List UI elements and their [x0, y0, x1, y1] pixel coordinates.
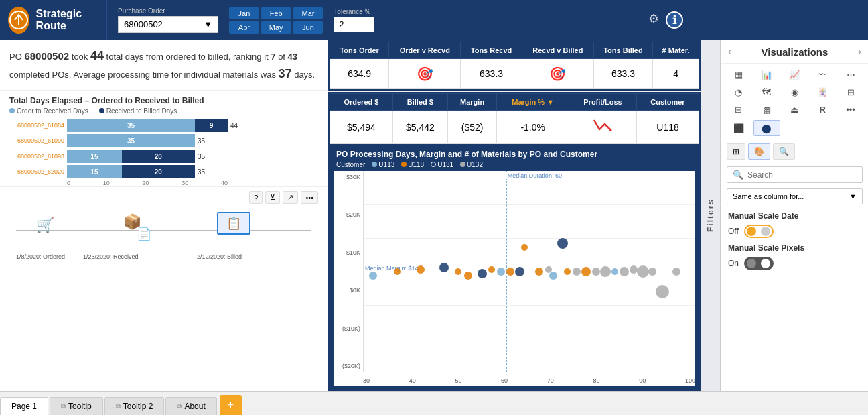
- viz-search-box[interactable]: 🔍: [727, 166, 863, 183]
- add-tab-button[interactable]: +: [220, 395, 242, 415]
- scatter-dot[interactable]: [557, 238, 568, 249]
- viz-icon-treemap[interactable]: ▩: [753, 101, 780, 117]
- scatter-dot[interactable]: [488, 266, 495, 273]
- viz-icon-funnel[interactable]: ⏏: [782, 101, 808, 117]
- month-may[interactable]: May: [261, 21, 291, 34]
- top-table: Tons Order Order v Recvd Tons Recvd Recv…: [328, 40, 701, 91]
- logo-area: Strategic Route: [0, 0, 107, 40]
- viz-icon-area[interactable]: 〰: [809, 66, 836, 82]
- scatter-dot[interactable]: [464, 272, 472, 280]
- scatter-dot[interactable]: [573, 268, 581, 276]
- scatter-dot[interactable]: [581, 267, 591, 276]
- viz-nav-right[interactable]: ›: [858, 46, 861, 58]
- scatter-dot[interactable]: [521, 244, 528, 251]
- col-billed: Billed $: [392, 94, 447, 111]
- viz-icon-custom4[interactable]: [809, 120, 836, 136]
- ordered-date: 1/8/2020: Ordered: [16, 253, 65, 260]
- po-select[interactable]: 68000502 ▼: [118, 16, 218, 33]
- scatter-dot[interactable]: [648, 268, 656, 276]
- scatter-dot[interactable]: [439, 263, 449, 272]
- bar-row-2: 68000502_61090 35 35: [9, 134, 318, 147]
- chart-title: Total Days Elapsed – Ordered to Received…: [9, 96, 318, 105]
- filters-sidebar[interactable]: Filters: [701, 40, 721, 391]
- scatter-dot[interactable]: [637, 265, 649, 278]
- tolerance-input[interactable]: 2: [334, 17, 374, 32]
- timeline-area: ? ⊻ ↗ ••• 🛒 📦 📄: [0, 187, 328, 391]
- col-ordered: Ordered $: [330, 94, 393, 111]
- tolerance-label: Tolerance %: [334, 8, 374, 15]
- scatter-legend-u113: U113: [372, 161, 394, 168]
- info-icon[interactable]: ℹ: [666, 11, 683, 29]
- viz-tab-fields[interactable]: ⊞: [727, 143, 745, 160]
- viz-icon-card[interactable]: 🃏: [809, 84, 836, 100]
- more-button[interactable]: •••: [301, 191, 318, 204]
- scatter-dot[interactable]: [564, 268, 571, 275]
- viz-icon-r[interactable]: R: [809, 101, 836, 117]
- viz-tab-format[interactable]: 🎨: [748, 143, 770, 160]
- export-button[interactable]: ↗: [283, 191, 298, 204]
- scatter-dot[interactable]: [600, 266, 611, 277]
- scatter-dot[interactable]: [656, 285, 669, 298]
- filters-label: Filters: [706, 198, 715, 232]
- ordered-icon: 🛒: [36, 217, 54, 234]
- viz-icon-matrix[interactable]: ⊟: [725, 101, 752, 117]
- logo-icon: [8, 7, 29, 34]
- search-input[interactable]: [747, 170, 857, 180]
- viz-icon-custom3[interactable]: - -: [782, 120, 808, 136]
- viz-icon-pie[interactable]: ◔: [725, 84, 752, 100]
- filter-button[interactable]: ⊻: [265, 191, 280, 204]
- scatter-dot[interactable]: [630, 265, 638, 274]
- scatter-dot[interactable]: [478, 269, 487, 278]
- viz-icon-custom1[interactable]: ⬛: [725, 120, 752, 136]
- received-date: 1/23/2020: Received: [83, 253, 139, 260]
- scatter-dot[interactable]: [672, 268, 680, 276]
- scale-pixels-toggle[interactable]: [744, 257, 774, 270]
- month-jun[interactable]: Jun: [293, 21, 323, 34]
- month-jan[interactable]: Jan: [229, 7, 259, 19]
- scatter-dot[interactable]: [535, 268, 543, 276]
- scatter-dot[interactable]: [394, 268, 401, 275]
- bottom-tabs: Page 1 ⧉Tooltip ⧉Tooltip 2 ⧉About +: [0, 391, 868, 415]
- tab-tooltip[interactable]: ⧉Tooltip: [50, 397, 103, 415]
- scatter-dot[interactable]: [369, 272, 377, 280]
- scatter-dot[interactable]: [549, 272, 557, 280]
- viz-icon-stacked-bar[interactable]: ▦: [725, 66, 752, 82]
- viz-icon-table[interactable]: ⊞: [837, 84, 864, 100]
- viz-icon-custom5[interactable]: [837, 120, 864, 136]
- filter-icon[interactable]: ⚙: [648, 11, 659, 29]
- scatter-dot[interactable]: [497, 268, 505, 276]
- col-recvd-v-billed: Recvd v Billed: [522, 42, 593, 59]
- scatter-dot[interactable]: [592, 268, 600, 276]
- month-apr[interactable]: Apr: [229, 21, 259, 34]
- scatter-dot[interactable]: [611, 268, 618, 275]
- scatter-dot[interactable]: [455, 268, 461, 275]
- scatter-dot[interactable]: [620, 267, 629, 276]
- viz-icon-map[interactable]: 🗺: [753, 84, 780, 100]
- col-tons-billed: Tons Billed: [593, 42, 652, 59]
- viz-icon-custom2[interactable]: ⬤: [753, 120, 780, 136]
- col-order-v-recvd: Order v Recvd: [389, 42, 461, 59]
- col-margin-pct[interactable]: Margin % ▼: [497, 94, 569, 111]
- viz-tab-analytics[interactable]: 🔍: [773, 143, 795, 160]
- scatter-legend-u132: U132: [460, 161, 483, 168]
- col-mater: # Mater.: [653, 42, 699, 59]
- viz-nav-left[interactable]: ‹: [728, 46, 731, 58]
- scatter-dot[interactable]: [515, 267, 524, 276]
- viz-dropdown[interactable]: Same as column for... ▼: [727, 188, 863, 204]
- scale-date-toggle[interactable]: [744, 225, 774, 238]
- tab-about[interactable]: ⧉About: [165, 397, 216, 415]
- month-feb[interactable]: Feb: [261, 7, 291, 19]
- viz-icon-bar[interactable]: 📊: [753, 66, 780, 82]
- viz-icon-more[interactable]: •••: [837, 101, 864, 117]
- tab-tooltip2[interactable]: ⧉Tooltip 2: [104, 397, 165, 415]
- scatter-legend-u131: U131: [431, 161, 453, 168]
- viz-icon-line[interactable]: 📈: [782, 66, 808, 82]
- viz-icon-gauge[interactable]: ◉: [782, 84, 808, 100]
- scatter-dot[interactable]: [506, 268, 514, 276]
- bar-chart-section: Total Days Elapsed – Ordered to Received…: [0, 91, 328, 187]
- tab-page1[interactable]: Page 1: [0, 397, 48, 415]
- scatter-dot[interactable]: [417, 265, 425, 274]
- help-button[interactable]: ?: [249, 191, 263, 204]
- viz-icon-scatter[interactable]: ⋯: [837, 66, 864, 82]
- month-mar[interactable]: Mar: [293, 7, 323, 19]
